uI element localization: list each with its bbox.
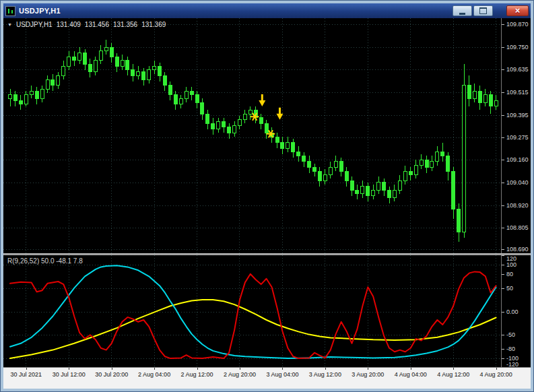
time-label: 30 Jul 20:00 bbox=[95, 371, 128, 378]
time-axis[interactable]: 30 Jul 202130 Jul 12:0030 Jul 20:002 Aug… bbox=[3, 367, 531, 389]
candle bbox=[372, 185, 375, 200]
candle bbox=[436, 146, 439, 165]
candle bbox=[339, 158, 343, 176]
price-label: 108.805 bbox=[506, 224, 529, 231]
axis-tick bbox=[502, 249, 504, 250]
candle bbox=[190, 87, 193, 100]
indicator-scale-label: 50 bbox=[506, 285, 513, 292]
minimize-button[interactable] bbox=[453, 5, 472, 16]
candle bbox=[281, 137, 284, 154]
window-controls: × bbox=[451, 5, 529, 16]
candle bbox=[489, 91, 492, 114]
candle bbox=[57, 72, 60, 89]
price-label: 108.690 bbox=[506, 246, 529, 253]
candle bbox=[265, 120, 268, 139]
price-axis[interactable]: 109.870109.750109.635109.515109.395109.2… bbox=[501, 18, 531, 253]
candle bbox=[463, 64, 466, 238]
axis-tick bbox=[502, 183, 504, 183]
indicator-axis[interactable]: 12010080500.00-50-80-100-120 bbox=[501, 255, 531, 368]
candle bbox=[329, 162, 332, 178]
axis-tick bbox=[502, 255, 504, 256]
quote-close: 131.369 bbox=[141, 21, 166, 28]
axis-tick bbox=[502, 358, 504, 359]
candle bbox=[302, 152, 306, 168]
candle bbox=[174, 91, 177, 110]
candle bbox=[94, 57, 97, 75]
close-button[interactable]: × bbox=[506, 5, 529, 16]
chart-icon bbox=[5, 6, 15, 16]
candle bbox=[163, 72, 166, 91]
price-chart-canvas[interactable] bbox=[3, 18, 501, 253]
indicator-canvas[interactable] bbox=[3, 255, 501, 368]
candle bbox=[377, 176, 380, 193]
candle bbox=[142, 68, 145, 85]
candle bbox=[345, 167, 348, 186]
axis-tick bbox=[502, 228, 504, 228]
indicator-scale-label: 0.00 bbox=[506, 308, 519, 315]
candle bbox=[292, 139, 295, 158]
axis-tick bbox=[502, 312, 504, 313]
axis-tick bbox=[502, 205, 504, 206]
collapse-arrow-icon[interactable]: ▼ bbox=[7, 22, 12, 27]
axis-tick bbox=[502, 69, 504, 70]
axis-tick bbox=[502, 274, 504, 275]
candle bbox=[137, 66, 140, 79]
axis-tick bbox=[502, 265, 504, 265]
price-label: 109.275 bbox=[506, 134, 529, 141]
indicator-scale-label: 100 bbox=[506, 261, 516, 268]
axis-tick bbox=[112, 368, 112, 370]
candle bbox=[168, 81, 172, 100]
axis-tick bbox=[502, 288, 504, 289]
axis-tick bbox=[502, 115, 504, 116]
candle bbox=[104, 40, 108, 55]
close-icon: × bbox=[515, 6, 521, 15]
candle bbox=[147, 66, 151, 83]
axis-tick bbox=[502, 137, 504, 138]
time-label: 4 Aug 12:00 bbox=[437, 371, 469, 378]
candle bbox=[238, 116, 241, 129]
axis-tick bbox=[502, 335, 504, 335]
candle bbox=[62, 61, 65, 79]
candle bbox=[99, 45, 102, 64]
candle bbox=[88, 59, 92, 77]
candle bbox=[323, 169, 327, 185]
candle bbox=[398, 175, 401, 194]
candle bbox=[473, 84, 476, 102]
candle bbox=[185, 87, 188, 102]
pane-divider[interactable] bbox=[3, 253, 531, 255]
candle bbox=[206, 110, 209, 129]
indicator-scale-label: -80 bbox=[506, 346, 515, 352]
candle bbox=[356, 185, 359, 200]
symbol-label: USDJPY,H1 bbox=[16, 21, 53, 28]
price-label: 109.750 bbox=[506, 44, 529, 51]
quote-line: ▼ USDJPY,H1 131.409 131.456 131.356 131.… bbox=[7, 21, 166, 28]
candle bbox=[248, 106, 252, 120]
candle bbox=[457, 203, 461, 242]
candle bbox=[24, 91, 28, 106]
candle bbox=[286, 137, 290, 152]
candle bbox=[78, 47, 81, 64]
axis-tick bbox=[325, 368, 326, 370]
title-bar[interactable]: USDJPY,H1 × bbox=[3, 3, 531, 18]
candle bbox=[84, 49, 87, 70]
indicator-line-signal-yellow bbox=[10, 300, 496, 358]
chart-client-area: ▼ USDJPY,H1 131.409 131.456 131.356 131.… bbox=[3, 18, 531, 389]
time-label: 4 Aug 20:00 bbox=[480, 371, 512, 378]
restore-icon bbox=[479, 7, 487, 14]
time-label: 4 Aug 04:00 bbox=[395, 371, 427, 378]
candle bbox=[35, 87, 38, 104]
axis-tick bbox=[502, 92, 504, 93]
axis-tick bbox=[502, 160, 504, 160]
candle bbox=[67, 51, 71, 70]
candle bbox=[110, 43, 113, 62]
axis-tick bbox=[368, 368, 368, 370]
axis-tick bbox=[502, 349, 504, 350]
restore-button[interactable] bbox=[473, 5, 493, 16]
candle bbox=[46, 75, 49, 92]
indicator-scale-label: 80 bbox=[506, 271, 513, 277]
axis-tick bbox=[411, 368, 411, 370]
candle bbox=[478, 86, 481, 110]
candle bbox=[483, 89, 487, 106]
candle bbox=[228, 123, 231, 139]
candle bbox=[297, 146, 300, 162]
